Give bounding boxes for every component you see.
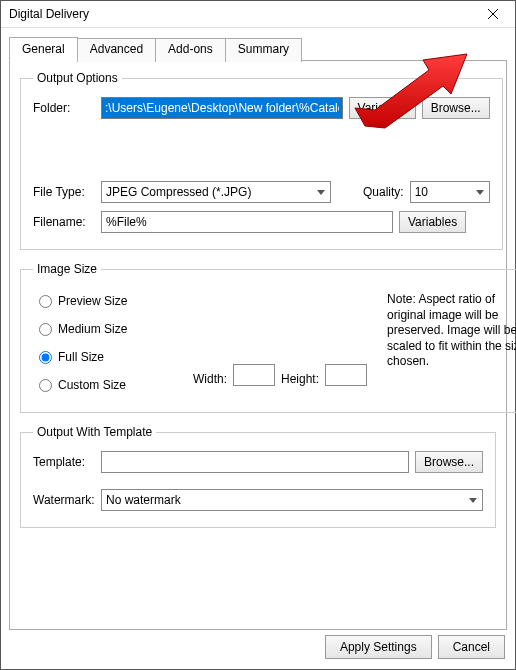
tab-panel-general: Output Options Folder: Variables Browse.… — [9, 60, 507, 630]
filetype-label: File Type: — [33, 185, 95, 199]
window-title: Digital Delivery — [9, 7, 89, 21]
titlebar: Digital Delivery — [1, 1, 515, 28]
radio-full-size-input[interactable] — [39, 351, 52, 364]
tab-addons[interactable]: Add-ons — [155, 38, 226, 62]
folder-label: Folder: — [33, 101, 95, 115]
row-template: Template: Browse... — [33, 451, 483, 473]
tab-general[interactable]: General — [9, 37, 78, 61]
dialog-window: Digital Delivery General Advanced Add-on… — [0, 0, 516, 670]
row-watermark: Watermark: — [33, 489, 483, 511]
folder-variables-button[interactable]: Variables — [349, 97, 416, 119]
radio-preview-size-input[interactable] — [39, 295, 52, 308]
tab-strip: General Advanced Add-ons Summary — [9, 36, 507, 60]
tab-advanced[interactable]: Advanced — [77, 38, 156, 62]
radio-custom-size-input[interactable] — [39, 379, 52, 392]
folder-input[interactable] — [101, 97, 343, 119]
filetype-select[interactable] — [101, 181, 331, 203]
filename-input[interactable] — [101, 211, 393, 233]
group-output-with-template: Output With Template Template: Browse...… — [20, 425, 496, 528]
row-filename: Filename: Variables — [33, 211, 490, 233]
watermark-select[interactable] — [101, 489, 483, 511]
row-folder: Folder: Variables Browse... — [33, 97, 490, 119]
watermark-label: Watermark: — [33, 493, 95, 507]
tab-summary[interactable]: Summary — [225, 38, 302, 62]
group-output-options: Output Options Folder: Variables Browse.… — [20, 71, 503, 250]
radio-preview-size[interactable]: Preview Size — [39, 294, 173, 308]
width-input[interactable] — [233, 364, 275, 386]
group-image-size-legend: Image Size — [33, 262, 101, 276]
close-icon — [488, 9, 498, 19]
width-label: Width: — [193, 372, 227, 386]
radio-full-size[interactable]: Full Size — [39, 350, 173, 364]
template-input[interactable] — [101, 451, 409, 473]
group-image-size: Image Size Preview Size Medium Size — [20, 262, 516, 413]
filename-variables-button[interactable]: Variables — [399, 211, 466, 233]
folder-browse-button[interactable]: Browse... — [422, 97, 490, 119]
quality-select[interactable] — [410, 181, 490, 203]
template-label: Template: — [33, 455, 95, 469]
apply-settings-button[interactable]: Apply Settings — [325, 635, 432, 659]
row-filetype: File Type: Quality: — [33, 181, 490, 203]
template-browse-button[interactable]: Browse... — [415, 451, 483, 473]
radio-preview-size-label: Preview Size — [58, 294, 127, 308]
radio-full-size-label: Full Size — [58, 350, 104, 364]
close-button[interactable] — [471, 1, 515, 27]
dialog-body: General Advanced Add-ons Summary Output … — [1, 28, 515, 630]
radio-medium-size-input[interactable] — [39, 323, 52, 336]
radio-custom-size[interactable]: Custom Size — [39, 378, 173, 392]
radio-medium-size[interactable]: Medium Size — [39, 322, 173, 336]
radio-custom-size-label: Custom Size — [58, 378, 126, 392]
height-input[interactable] — [325, 364, 367, 386]
aspect-ratio-note: Note: Aspect ratio of original image wil… — [387, 288, 516, 396]
dialog-footer: Apply Settings Cancel — [1, 630, 515, 669]
group-output-with-template-legend: Output With Template — [33, 425, 156, 439]
group-output-options-legend: Output Options — [33, 71, 122, 85]
height-label: Height: — [281, 372, 319, 386]
quality-label: Quality: — [363, 185, 404, 199]
radio-medium-size-label: Medium Size — [58, 322, 127, 336]
filename-label: Filename: — [33, 215, 95, 229]
cancel-button[interactable]: Cancel — [438, 635, 505, 659]
